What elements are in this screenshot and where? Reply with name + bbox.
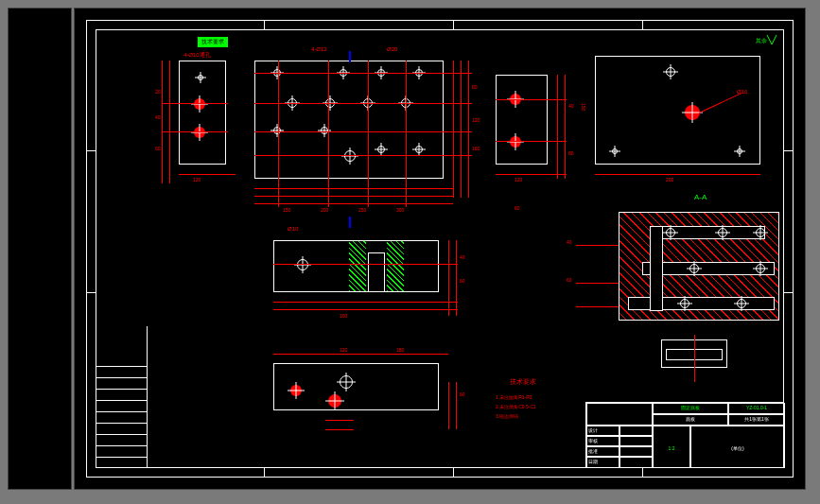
dim-line: [456, 382, 457, 429]
tb-company: (单位): [690, 426, 785, 468]
dim: 60: [515, 205, 520, 211]
dim: 80: [472, 84, 478, 90]
dim-line: [565, 75, 566, 179]
tick: [264, 20, 265, 29]
hole: [510, 136, 521, 148]
tick: [453, 468, 454, 478]
hole: [273, 127, 281, 134]
dim: 150: [581, 103, 586, 111]
view1-hole: [194, 127, 205, 138]
dim-line: [456, 240, 457, 316]
dim-line: [557, 75, 558, 179]
tb-scale: 1:2: [653, 426, 690, 468]
dim: 20: [155, 89, 161, 95]
leader: [576, 306, 619, 307]
tick: [642, 20, 643, 29]
leader: [576, 245, 619, 246]
view3-outline: [496, 75, 548, 165]
callout: 4-Ø10通孔: [183, 51, 211, 60]
dim-line: [254, 196, 453, 197]
view1-hole: [194, 98, 205, 110]
hole: [340, 375, 353, 389]
dim: 40: [460, 254, 465, 260]
centerline: [694, 335, 695, 382]
dim-line: [496, 141, 567, 142]
dim-line: [448, 240, 449, 316]
dim: 40: [568, 103, 574, 109]
hole-bottom: [328, 394, 341, 408]
hole: [290, 385, 302, 396]
dim-line: [254, 188, 453, 189]
dim-line: [368, 61, 369, 207]
dim-line: [162, 131, 228, 132]
dim: 250: [358, 207, 366, 213]
dim: 100: [340, 313, 347, 319]
tb-chk: 审核: [586, 436, 619, 446]
channel-vert: [650, 226, 663, 311]
dim: 80: [568, 150, 574, 156]
notes-heading: 技术要求: [510, 377, 536, 387]
note: 3.锐边倒钝: [496, 413, 518, 419]
hole: [612, 148, 618, 154]
tick: [264, 468, 265, 478]
cad-sidebar: [8, 8, 72, 490]
hole-main: [685, 105, 700, 120]
dim-line: [273, 354, 448, 355]
dim-line: [468, 61, 469, 198]
callout: Ø20: [387, 46, 397, 52]
dim: 60: [460, 391, 465, 397]
hatch: [349, 241, 366, 291]
section-arrow: [349, 51, 351, 62]
view1-small-hole: [198, 75, 203, 80]
note: 1.未注圆角R1-R3: [496, 394, 532, 400]
dim: 60: [155, 146, 161, 151]
dim: 180: [396, 347, 404, 353]
slot: [368, 252, 385, 292]
dim-line: [325, 420, 354, 421]
tick: [784, 292, 794, 293]
dim: 120: [472, 117, 480, 123]
dim-line: [254, 203, 453, 204]
dim: 200: [666, 177, 673, 182]
callout: Ø10: [288, 226, 298, 232]
tick: [642, 468, 643, 478]
dim-line: [448, 382, 449, 429]
dim-line: [254, 73, 472, 74]
tb-sheet: 共1张第1张: [728, 414, 785, 426]
dim-line: [162, 103, 228, 104]
tick: [453, 20, 454, 29]
hole: [737, 148, 742, 154]
tb-dwgno: YZ-01.0-1: [728, 403, 785, 414]
section-label: A-A: [694, 193, 707, 201]
dim-line: [496, 99, 567, 100]
rev-list: [96, 326, 148, 468]
cad-drawing-canvas[interactable]: 技术要求 其余 20 40 60 120 4-Ø10通孔 150 200 250…: [74, 8, 806, 490]
dim: 160: [472, 146, 480, 151]
hole: [737, 299, 746, 308]
hole: [666, 67, 675, 77]
dim-line: [273, 264, 458, 265]
hole: [756, 228, 765, 237]
dim-line: [595, 174, 760, 175]
dim-line: [461, 61, 462, 198]
section-arrow: [349, 217, 351, 228]
tb-apr: 批准: [586, 446, 619, 457]
drawing-tag: 技术要求: [198, 37, 228, 47]
tick: [86, 150, 96, 151]
dim-line: [278, 61, 279, 207]
tb-mat: 底板: [653, 414, 728, 426]
note: 2.未注倒角C0.5-C1: [496, 404, 536, 409]
hole: [344, 150, 356, 162]
hole: [297, 259, 308, 270]
dim-line: [453, 61, 454, 198]
title-block: 固定底板 底板 YZ-01.0-1 共1张第1张 设计 审核 批准 日期 1:2…: [585, 402, 784, 468]
leader: [576, 283, 619, 284]
dim-line: [254, 103, 472, 104]
dim: 200: [321, 207, 328, 213]
dim: 40: [155, 114, 161, 120]
hole: [718, 228, 727, 237]
callout: Ø16: [737, 89, 747, 95]
tb-des: 设计: [586, 426, 619, 436]
dim: 120: [193, 177, 201, 182]
hole: [689, 264, 699, 273]
